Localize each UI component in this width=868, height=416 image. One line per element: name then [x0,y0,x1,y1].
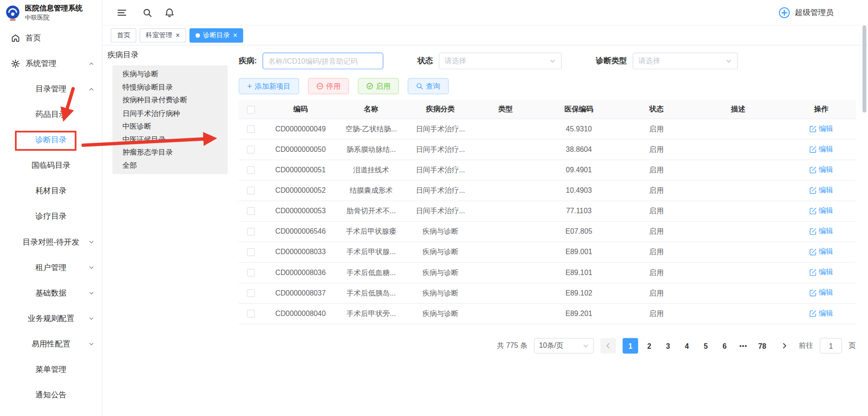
row-checkbox[interactable] [247,248,255,256]
sidebar-item-menu-management[interactable]: 菜单管理 [0,357,102,382]
enable-button[interactable]: 启用 [358,78,399,94]
sidebar-item-tenant-management[interactable]: 租户管理 [0,255,102,281]
catalog-item-tumor-morphology[interactable]: 肿瘤形态学目录 [112,146,228,159]
page-number-4[interactable]: 4 [679,338,694,354]
cell-code: CD0000000049 [263,119,338,139]
cell-status: 启用 [623,262,689,283]
catalog-item-payment-by-disease[interactable]: 按病种目录付费诊断 [112,94,228,107]
page-size-select[interactable]: 10条/页 [534,338,594,354]
status-select[interactable]: 请选择 [439,53,562,70]
edit-button[interactable]: 编辑 [809,124,833,134]
page-number-3[interactable]: 3 [660,338,676,354]
tab-label: 科室管理 [146,30,173,40]
edit-button[interactable]: 编辑 [809,206,833,216]
row-checkbox[interactable] [247,228,255,236]
add-item-button[interactable]: + 添加新项目 [239,78,299,94]
cell-name: 手术后低血糖... [338,262,404,283]
row-checkbox[interactable] [247,125,255,133]
row-checkbox[interactable] [247,146,255,154]
row-checkbox[interactable] [247,166,255,174]
catalog-item-tcm-diagnosis[interactable]: 中医诊断 [112,120,228,133]
cell-name: 结膜囊成形术 [338,180,404,200]
edit-button[interactable]: 编辑 [809,267,833,277]
sidebar-item-notice[interactable]: 通知公告 [0,382,102,408]
collapse-menu-icon[interactable] [117,7,127,17]
user-name: 超级管理员 [795,8,833,18]
cell-description [690,180,787,200]
select-all-checkbox[interactable] [247,105,255,113]
edit-icon [809,166,817,173]
page-number-2[interactable]: 2 [641,338,657,354]
page-number-1[interactable]: 1 [623,338,638,354]
disease-search-input[interactable] [262,53,383,70]
tab-diagnosis-catalog[interactable]: 诊断目录 × [189,28,243,43]
cell-category: 日间手术治疗... [404,139,476,160]
row-checkbox[interactable] [247,207,255,215]
sidebar-item-treatment-catalog[interactable]: 诊疗目录 [0,204,102,230]
user-menu[interactable]: 超级管理员 [778,0,834,25]
sidebar-item-home[interactable]: 首页 [0,25,102,51]
sidebar-item-drug-catalog[interactable]: 药品目录 [0,102,102,127]
prev-page-button[interactable] [600,338,616,354]
sidebar-item-consumables-catalog[interactable]: 耗材目录 [0,178,102,204]
cell-status: 启用 [623,200,689,221]
cell-type [476,139,534,160]
tab-label: 首页 [117,30,130,40]
search-icon[interactable] [142,7,152,17]
sidebar-item-business-rules[interactable]: 业务规则配置 [0,306,102,331]
edit-button[interactable]: 编辑 [809,165,833,175]
more-pages-icon[interactable]: ••• [736,338,751,354]
tab-department-management[interactable]: 科室管理 × [140,28,186,43]
cell-code: CD0000000050 [263,139,338,160]
close-icon[interactable]: × [175,31,180,39]
chevron-down-icon [583,343,589,349]
goto-page-input[interactable] [820,338,842,354]
sidebar-item-label: 国临码目录 [31,160,70,170]
tab-home[interactable]: 首页 [111,28,136,43]
edit-button[interactable]: 编辑 [809,144,833,154]
edit-button[interactable]: 编辑 [809,226,833,236]
chevron-down-icon [89,316,94,321]
sidebar-item-diagnosis-catalog[interactable]: 诊断目录 [0,127,102,153]
edit-button[interactable]: 编辑 [809,185,833,195]
sidebar-item-base-data[interactable]: 基础数据 [0,281,102,306]
row-checkbox[interactable] [247,269,255,277]
row-checkbox[interactable] [247,290,255,297]
sidebar-item-national-code-catalog[interactable]: 国临码目录 [0,153,102,178]
catalog-item-all[interactable]: 全部 [112,159,228,172]
row-checkbox[interactable] [247,187,255,195]
edit-button[interactable]: 编辑 [809,288,833,298]
chevron-down-icon [725,58,731,64]
cell-type [476,180,534,200]
sidebar-item-label: 通知公告 [35,390,66,400]
page-number-78[interactable]: 78 [754,338,770,354]
catalog-item-special-chronic[interactable]: 特慢病诊断目录 [112,80,228,94]
bell-icon[interactable] [165,7,175,17]
catalog-item-day-surgery[interactable]: 日间手术治疗病种 [112,107,228,120]
cell-description [690,200,787,221]
sidebar-item-usability-config[interactable]: 易用性配置 [0,331,102,357]
next-page-button[interactable] [777,338,792,354]
edit-button[interactable]: 编辑 [809,247,833,257]
catalog-item-disease-diagnosis[interactable]: 疾病与诊断 [112,68,228,81]
edit-icon [809,228,817,235]
catalog-item-tcm-syndrome[interactable]: 中医证候目录 [112,133,228,146]
page-number-5[interactable]: 5 [698,338,713,354]
query-label: 查询 [426,81,440,91]
edit-icon [809,125,817,132]
edit-button[interactable]: 编辑 [809,308,833,318]
query-button[interactable]: 查询 [408,78,449,94]
sidebar-item-system-management[interactable]: 系统管理 [0,51,102,76]
sidebar-item-catalog-management[interactable]: 目录管理 [0,76,102,102]
chevron-up-icon [89,61,94,66]
col-header-actions: 操作 [787,100,856,118]
diagnosis-table: 编码 名称 疾病分类 类型 医保编码 状态 描述 操作 CD0000000049… [239,100,856,324]
scrollbar-thumb[interactable] [863,25,867,112]
page-number-6[interactable]: 6 [717,338,732,354]
sidebar-item-catalog-mapping[interactable]: 目录对照-待开发 [0,230,102,255]
catalog-panel-title: 疾病目录 [107,50,138,60]
disable-button[interactable]: 停用 [308,78,349,94]
close-icon[interactable]: × [233,31,237,39]
row-checkbox[interactable] [247,310,255,318]
diagnosis-type-select[interactable]: 请选择 [633,53,738,70]
